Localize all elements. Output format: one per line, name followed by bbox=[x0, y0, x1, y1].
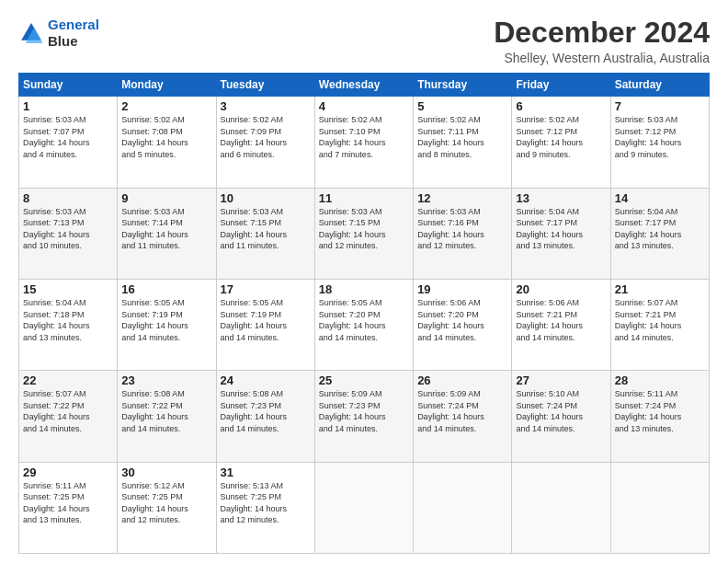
day-number: 8 bbox=[23, 191, 113, 205]
calendar-cell: 20Sunrise: 5:06 AM Sunset: 7:21 PM Dayli… bbox=[512, 279, 610, 370]
day-info: Sunrise: 5:03 AM Sunset: 7:15 PM Dayligh… bbox=[319, 206, 409, 252]
calendar-cell: 15Sunrise: 5:04 AM Sunset: 7:18 PM Dayli… bbox=[19, 279, 118, 370]
calendar-cell: 29Sunrise: 5:11 AM Sunset: 7:25 PM Dayli… bbox=[19, 462, 118, 553]
header-thursday: Thursday bbox=[414, 74, 512, 97]
header-tuesday: Tuesday bbox=[216, 74, 314, 97]
calendar-cell: 18Sunrise: 5:05 AM Sunset: 7:20 PM Dayli… bbox=[314, 279, 413, 370]
day-number: 14 bbox=[615, 191, 705, 205]
day-number: 29 bbox=[23, 465, 113, 479]
logo-text: General Blue bbox=[48, 17, 99, 50]
header-wednesday: Wednesday bbox=[314, 74, 413, 97]
day-number: 11 bbox=[319, 191, 409, 205]
title-block: December 2024 Shelley, Western Australia… bbox=[494, 17, 710, 65]
day-number: 20 bbox=[516, 282, 606, 296]
calendar-cell: 13Sunrise: 5:04 AM Sunset: 7:17 PM Dayli… bbox=[512, 188, 610, 279]
day-number: 17 bbox=[221, 282, 311, 296]
day-number: 30 bbox=[121, 465, 211, 479]
day-info: Sunrise: 5:05 AM Sunset: 7:19 PM Dayligh… bbox=[221, 297, 311, 343]
day-number: 7 bbox=[615, 99, 705, 113]
day-number: 26 bbox=[417, 373, 507, 387]
day-number: 28 bbox=[615, 373, 705, 387]
main-title: December 2024 bbox=[494, 17, 710, 49]
calendar-cell: 6Sunrise: 5:02 AM Sunset: 7:12 PM Daylig… bbox=[512, 97, 610, 188]
logo-icon bbox=[18, 20, 44, 46]
day-info: Sunrise: 5:03 AM Sunset: 7:16 PM Dayligh… bbox=[417, 206, 507, 252]
day-number: 31 bbox=[221, 465, 311, 479]
day-number: 18 bbox=[319, 282, 409, 296]
day-number: 25 bbox=[319, 373, 409, 387]
day-number: 1 bbox=[23, 99, 113, 113]
day-number: 19 bbox=[417, 282, 507, 296]
day-number: 5 bbox=[417, 99, 507, 113]
calendar-cell bbox=[512, 462, 610, 553]
day-info: Sunrise: 5:04 AM Sunset: 7:17 PM Dayligh… bbox=[615, 206, 705, 252]
day-number: 10 bbox=[221, 191, 311, 205]
day-number: 9 bbox=[121, 191, 211, 205]
day-number: 3 bbox=[221, 99, 311, 113]
day-number: 2 bbox=[121, 99, 211, 113]
day-info: Sunrise: 5:11 AM Sunset: 7:24 PM Dayligh… bbox=[615, 388, 705, 434]
day-info: Sunrise: 5:11 AM Sunset: 7:25 PM Dayligh… bbox=[23, 480, 113, 526]
calendar-cell: 7Sunrise: 5:03 AM Sunset: 7:12 PM Daylig… bbox=[610, 97, 709, 188]
day-info: Sunrise: 5:09 AM Sunset: 7:23 PM Dayligh… bbox=[319, 388, 409, 434]
day-info: Sunrise: 5:04 AM Sunset: 7:18 PM Dayligh… bbox=[23, 297, 113, 343]
day-number: 23 bbox=[121, 373, 211, 387]
calendar-cell: 2Sunrise: 5:02 AM Sunset: 7:08 PM Daylig… bbox=[118, 97, 216, 188]
week-row-5: 29Sunrise: 5:11 AM Sunset: 7:25 PM Dayli… bbox=[19, 462, 710, 553]
calendar-cell: 24Sunrise: 5:08 AM Sunset: 7:23 PM Dayli… bbox=[216, 371, 314, 462]
calendar-cell: 10Sunrise: 5:03 AM Sunset: 7:15 PM Dayli… bbox=[216, 188, 314, 279]
calendar-cell: 5Sunrise: 5:02 AM Sunset: 7:11 PM Daylig… bbox=[414, 97, 512, 188]
day-info: Sunrise: 5:03 AM Sunset: 7:12 PM Dayligh… bbox=[615, 114, 705, 160]
calendar-cell: 30Sunrise: 5:12 AM Sunset: 7:25 PM Dayli… bbox=[118, 462, 216, 553]
calendar-cell: 9Sunrise: 5:03 AM Sunset: 7:14 PM Daylig… bbox=[118, 188, 216, 279]
day-info: Sunrise: 5:06 AM Sunset: 7:21 PM Dayligh… bbox=[516, 297, 606, 343]
day-info: Sunrise: 5:02 AM Sunset: 7:12 PM Dayligh… bbox=[516, 114, 606, 160]
day-number: 13 bbox=[516, 191, 606, 205]
week-row-3: 15Sunrise: 5:04 AM Sunset: 7:18 PM Dayli… bbox=[19, 279, 710, 370]
day-info: Sunrise: 5:08 AM Sunset: 7:23 PM Dayligh… bbox=[221, 388, 311, 434]
calendar-cell: 31Sunrise: 5:13 AM Sunset: 7:25 PM Dayli… bbox=[216, 462, 314, 553]
day-info: Sunrise: 5:03 AM Sunset: 7:14 PM Dayligh… bbox=[121, 206, 211, 252]
header-row: Sunday Monday Tuesday Wednesday Thursday… bbox=[19, 74, 710, 97]
day-info: Sunrise: 5:10 AM Sunset: 7:24 PM Dayligh… bbox=[516, 388, 606, 434]
subtitle: Shelley, Western Australia, Australia bbox=[494, 51, 710, 65]
week-row-2: 8Sunrise: 5:03 AM Sunset: 7:13 PM Daylig… bbox=[19, 188, 710, 279]
logo: General Blue bbox=[18, 17, 99, 50]
calendar-cell: 14Sunrise: 5:04 AM Sunset: 7:17 PM Dayli… bbox=[610, 188, 709, 279]
calendar-cell bbox=[314, 462, 413, 553]
day-info: Sunrise: 5:05 AM Sunset: 7:19 PM Dayligh… bbox=[121, 297, 211, 343]
calendar-cell: 12Sunrise: 5:03 AM Sunset: 7:16 PM Dayli… bbox=[414, 188, 512, 279]
header-monday: Monday bbox=[118, 74, 216, 97]
calendar-cell: 16Sunrise: 5:05 AM Sunset: 7:19 PM Dayli… bbox=[118, 279, 216, 370]
day-info: Sunrise: 5:06 AM Sunset: 7:20 PM Dayligh… bbox=[417, 297, 507, 343]
day-number: 27 bbox=[516, 373, 606, 387]
day-info: Sunrise: 5:02 AM Sunset: 7:10 PM Dayligh… bbox=[319, 114, 409, 160]
day-number: 22 bbox=[23, 373, 113, 387]
calendar-cell: 8Sunrise: 5:03 AM Sunset: 7:13 PM Daylig… bbox=[19, 188, 118, 279]
calendar-cell: 28Sunrise: 5:11 AM Sunset: 7:24 PM Dayli… bbox=[610, 371, 709, 462]
calendar-cell: 11Sunrise: 5:03 AM Sunset: 7:15 PM Dayli… bbox=[314, 188, 413, 279]
week-row-1: 1Sunrise: 5:03 AM Sunset: 7:07 PM Daylig… bbox=[19, 97, 710, 188]
day-number: 24 bbox=[221, 373, 311, 387]
calendar-body: 1Sunrise: 5:03 AM Sunset: 7:07 PM Daylig… bbox=[19, 97, 710, 554]
day-info: Sunrise: 5:04 AM Sunset: 7:17 PM Dayligh… bbox=[516, 206, 606, 252]
day-info: Sunrise: 5:03 AM Sunset: 7:07 PM Dayligh… bbox=[23, 114, 113, 160]
day-number: 21 bbox=[615, 282, 705, 296]
day-number: 4 bbox=[319, 99, 409, 113]
calendar-cell: 17Sunrise: 5:05 AM Sunset: 7:19 PM Dayli… bbox=[216, 279, 314, 370]
calendar-cell bbox=[610, 462, 709, 553]
day-info: Sunrise: 5:07 AM Sunset: 7:22 PM Dayligh… bbox=[23, 388, 113, 434]
calendar-cell: 22Sunrise: 5:07 AM Sunset: 7:22 PM Dayli… bbox=[19, 371, 118, 462]
calendar-cell: 1Sunrise: 5:03 AM Sunset: 7:07 PM Daylig… bbox=[19, 97, 118, 188]
header: General Blue December 2024 Shelley, West… bbox=[18, 17, 710, 65]
calendar-cell: 4Sunrise: 5:02 AM Sunset: 7:10 PM Daylig… bbox=[314, 97, 413, 188]
day-info: Sunrise: 5:05 AM Sunset: 7:20 PM Dayligh… bbox=[319, 297, 409, 343]
day-info: Sunrise: 5:03 AM Sunset: 7:15 PM Dayligh… bbox=[221, 206, 311, 252]
day-number: 16 bbox=[121, 282, 211, 296]
calendar-cell: 23Sunrise: 5:08 AM Sunset: 7:22 PM Dayli… bbox=[118, 371, 216, 462]
day-info: Sunrise: 5:08 AM Sunset: 7:22 PM Dayligh… bbox=[121, 388, 211, 434]
day-number: 15 bbox=[23, 282, 113, 296]
day-info: Sunrise: 5:12 AM Sunset: 7:25 PM Dayligh… bbox=[121, 480, 211, 526]
calendar-cell: 21Sunrise: 5:07 AM Sunset: 7:21 PM Dayli… bbox=[610, 279, 709, 370]
day-info: Sunrise: 5:02 AM Sunset: 7:08 PM Dayligh… bbox=[121, 114, 211, 160]
